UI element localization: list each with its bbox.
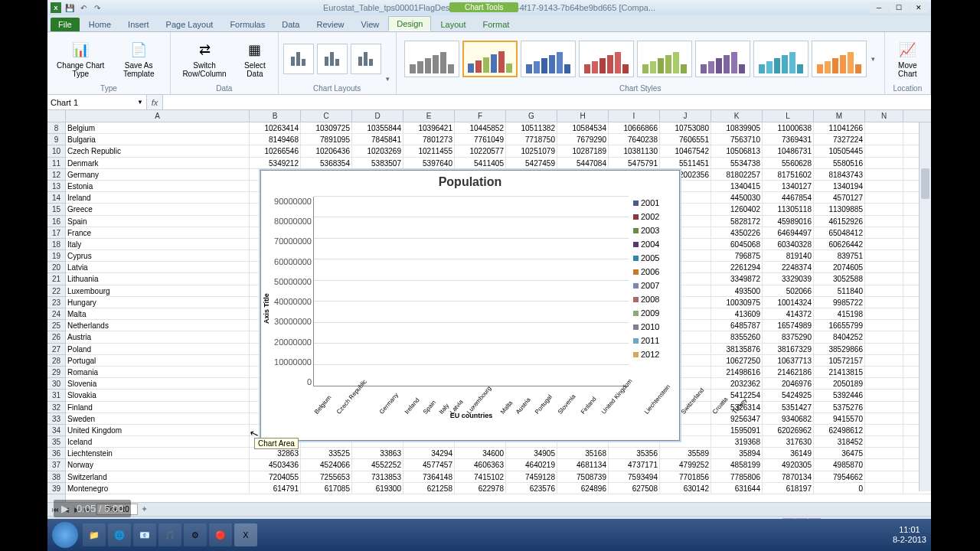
start-button[interactable] (52, 522, 78, 548)
cell[interactable]: 7801273 (403, 134, 455, 145)
close-icon[interactable]: ✕ (910, 2, 928, 13)
taskbar-excel[interactable]: X (234, 523, 257, 546)
maximize-icon[interactable]: ☐ (890, 2, 908, 13)
cell[interactable]: 5560628 (763, 158, 814, 168)
row-header[interactable]: 38 (47, 471, 65, 483)
cell[interactable]: 2032362 (711, 378, 763, 389)
cell[interactable]: 45989016 (763, 216, 814, 227)
cell[interactable]: Lithuania (66, 273, 250, 284)
cell[interactable]: Austria (66, 331, 250, 342)
name-box[interactable]: ▼ (47, 95, 147, 109)
col-header-F[interactable]: F (455, 110, 506, 122)
cell[interactable]: 16655799 (814, 320, 865, 331)
name-box-input[interactable] (51, 98, 137, 107)
chart-layout-3[interactable] (351, 44, 381, 74)
cell[interactable] (865, 436, 903, 447)
cell[interactable] (865, 355, 903, 366)
cell[interactable]: 7593494 (609, 471, 660, 482)
row-header[interactable]: 17 (47, 227, 65, 239)
cell[interactable]: 81802257 (711, 169, 763, 180)
cell[interactable]: 10584534 (557, 122, 609, 133)
cell[interactable]: 7761049 (455, 134, 506, 145)
row-header[interactable]: 35 (47, 436, 65, 448)
cell[interactable]: 10251079 (506, 145, 557, 156)
cell[interactable]: 2046976 (763, 378, 814, 389)
cell[interactable]: 621258 (403, 483, 455, 494)
cell[interactable]: 10637713 (763, 355, 814, 366)
cell[interactable]: 5368354 (301, 158, 352, 168)
cell[interactable]: Portugal (66, 355, 250, 366)
cell[interactable]: 62026962 (763, 425, 814, 435)
cell[interactable]: 4577457 (403, 459, 455, 470)
cell[interactable]: 317630 (763, 436, 814, 447)
cell[interactable]: 10211455 (403, 145, 455, 156)
cell[interactable]: 4920305 (763, 459, 814, 470)
cell[interactable] (865, 344, 903, 354)
cell[interactable]: 7891095 (301, 134, 352, 145)
cell[interactable]: 7508739 (557, 471, 609, 482)
row-header[interactable]: 15 (47, 204, 65, 215)
tab-format[interactable]: Format (475, 18, 517, 31)
cell[interactable]: 8355260 (711, 331, 763, 342)
cell[interactable]: 4467854 (763, 192, 814, 203)
cell[interactable] (865, 471, 903, 482)
undo-icon[interactable]: ↶ (78, 2, 89, 13)
cell[interactable]: 5511451 (660, 158, 711, 168)
cell[interactable]: Luxembourg (66, 285, 250, 296)
cell[interactable]: 10506813 (711, 145, 763, 156)
cell[interactable]: 4737171 (609, 459, 660, 470)
cell[interactable] (865, 331, 903, 342)
row-header[interactable]: 37 (47, 459, 65, 471)
cell[interactable]: 319368 (711, 436, 763, 447)
taskbar-app-3[interactable]: 📧 (133, 523, 156, 546)
cell[interactable]: 5427459 (506, 158, 557, 168)
row-header[interactable]: 13 (47, 181, 65, 192)
chart-layout-2[interactable] (317, 44, 348, 74)
row-header[interactable]: 12 (47, 169, 65, 181)
legend-item[interactable]: 2001 (633, 198, 678, 207)
chart-style-8[interactable] (812, 41, 867, 77)
cell[interactable]: 2261294 (711, 262, 763, 272)
tab-view[interactable]: View (354, 18, 387, 31)
cell[interactable]: Spain (66, 216, 250, 227)
cell[interactable]: 7255653 (301, 471, 352, 482)
cell[interactable]: 796875 (711, 250, 763, 261)
chart-style-5[interactable] (637, 41, 692, 77)
tab-layout[interactable]: Layout (433, 18, 473, 31)
cell[interactable]: 624896 (557, 483, 609, 494)
cell[interactable]: 46152926 (814, 216, 865, 227)
cell[interactable]: 4799252 (660, 459, 711, 470)
cell[interactable]: 60626442 (814, 239, 865, 249)
row-header[interactable]: 23 (47, 297, 65, 308)
cell[interactable]: 5351427 (763, 402, 814, 412)
legend-item[interactable]: 2011 (633, 336, 678, 345)
cell[interactable]: Bulgaria (66, 134, 250, 145)
taskbar-app-4[interactable]: 🎵 (158, 523, 181, 546)
cell[interactable]: 5828172 (711, 216, 763, 227)
cell[interactable] (865, 378, 903, 389)
cell[interactable]: 64694497 (763, 227, 814, 238)
row-header[interactable]: 25 (47, 320, 65, 331)
cell[interactable]: 9340682 (763, 413, 814, 424)
chart-object[interactable]: Population Axis Title 010000000200000003… (260, 170, 680, 441)
cell[interactable]: 415198 (814, 308, 865, 319)
cell[interactable]: 7606551 (660, 134, 711, 145)
cell[interactable]: 81751602 (763, 169, 814, 180)
cell[interactable]: 2074605 (814, 262, 865, 272)
cell[interactable]: 10445852 (455, 122, 506, 133)
cell[interactable] (865, 285, 903, 296)
row-header[interactable]: 10 (47, 145, 65, 157)
select-data-button[interactable]: ▦Select Data (237, 38, 273, 80)
col-header-A[interactable]: A (66, 110, 250, 122)
cell[interactable]: 4570127 (814, 192, 865, 203)
chart-style-6[interactable] (695, 41, 750, 77)
taskbar-app-5[interactable]: ⚙ (184, 523, 207, 546)
cell[interactable]: 10627250 (711, 355, 763, 366)
cell[interactable]: 7364148 (403, 471, 455, 482)
cell[interactable]: Cyprus (66, 250, 250, 261)
cell[interactable]: 4524066 (301, 459, 352, 470)
cell[interactable]: Germany (66, 169, 250, 180)
cell[interactable]: 10505445 (814, 145, 865, 156)
legend-item[interactable]: 2005 (633, 253, 678, 262)
tab-file[interactable]: File (51, 18, 80, 31)
